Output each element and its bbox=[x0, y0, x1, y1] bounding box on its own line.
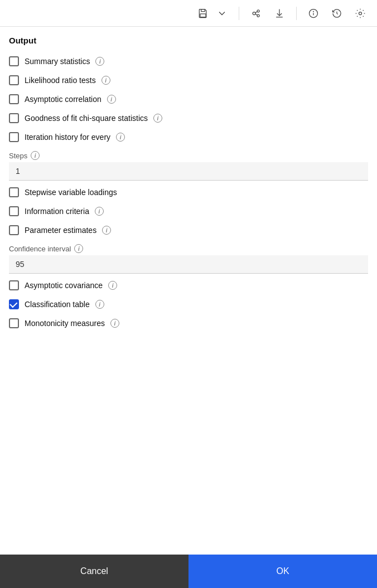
svg-point-2 bbox=[253, 12, 255, 14]
asymptotic-correlation-checkbox[interactable] bbox=[9, 94, 19, 104]
steps-info-icon[interactable]: i bbox=[31, 151, 40, 160]
ok-button[interactable]: OK bbox=[188, 555, 377, 588]
parameter-estimates-checkbox[interactable] bbox=[9, 225, 19, 235]
parameter-estimates-label: Parameter estimates bbox=[25, 226, 96, 235]
goodness-of-fit-checkbox[interactable] bbox=[9, 113, 19, 123]
monotonicity-measures-checkbox[interactable] bbox=[9, 318, 19, 328]
information-criteria-label: Information criteria bbox=[25, 207, 89, 216]
monotonicity-measures-row[interactable]: Monotonicity measures i bbox=[9, 314, 368, 333]
cancel-button[interactable]: Cancel bbox=[0, 555, 188, 588]
asymptotic-correlation-info-icon[interactable]: i bbox=[107, 95, 116, 104]
svg-rect-1 bbox=[200, 13, 206, 17]
save-button[interactable] bbox=[194, 4, 212, 22]
svg-point-11 bbox=[359, 12, 362, 14]
monotonicity-measures-label: Monotonicity measures bbox=[25, 319, 105, 328]
goodness-of-fit-info-icon[interactable]: i bbox=[153, 114, 162, 123]
steps-input[interactable] bbox=[9, 162, 368, 181]
asymptotic-correlation-label: Asymptotic correlation bbox=[25, 95, 102, 104]
summary-statistics-checkbox[interactable] bbox=[9, 56, 19, 66]
classification-table-label: Classification table bbox=[25, 300, 90, 309]
svg-line-5 bbox=[255, 11, 257, 12]
bottom-bar: Cancel OK bbox=[0, 555, 377, 588]
svg-rect-0 bbox=[201, 9, 205, 11]
summary-statistics-row[interactable]: Summary statistics i bbox=[9, 52, 368, 71]
svg-point-3 bbox=[257, 9, 259, 12]
connect-button[interactable] bbox=[247, 4, 265, 22]
likelihood-ratio-tests-info-icon[interactable]: i bbox=[102, 76, 110, 85]
stepwise-variable-loadings-label: Stepwise variable loadings bbox=[25, 188, 117, 197]
confidence-interval-input[interactable] bbox=[9, 255, 368, 274]
confidence-interval-field-group: Confidence interval i bbox=[9, 244, 368, 274]
parameter-estimates-info-icon[interactable]: i bbox=[102, 226, 111, 235]
confidence-interval-label: Confidence interval i bbox=[9, 244, 368, 253]
asymptotic-covariance-row[interactable]: Asymptotic covariance i bbox=[9, 276, 368, 295]
information-criteria-checkbox[interactable] bbox=[9, 206, 19, 216]
goodness-of-fit-label: Goodness of fit chi-square statistics bbox=[25, 114, 148, 123]
parameter-estimates-row[interactable]: Parameter estimates i bbox=[9, 221, 368, 240]
information-criteria-row[interactable]: Information criteria i bbox=[9, 202, 368, 221]
toolbar-separator-1 bbox=[239, 7, 239, 20]
history-button[interactable] bbox=[328, 4, 346, 22]
toolbar-separator-2 bbox=[296, 7, 297, 20]
info-button[interactable] bbox=[304, 4, 322, 22]
classification-table-row[interactable]: Classification table i bbox=[9, 295, 368, 314]
iteration-history-label: Iteration history for every bbox=[25, 133, 110, 142]
iteration-history-checkbox[interactable] bbox=[9, 132, 19, 142]
asymptotic-correlation-row[interactable]: Asymptotic correlation i bbox=[9, 90, 368, 109]
classification-table-info-icon[interactable]: i bbox=[95, 300, 104, 309]
toolbar-save-group bbox=[194, 4, 231, 22]
information-criteria-info-icon[interactable]: i bbox=[95, 207, 104, 216]
settings-button[interactable] bbox=[351, 4, 369, 22]
monotonicity-measures-info-icon[interactable]: i bbox=[110, 319, 119, 328]
main-content: Output Summary statistics i Likelihood r… bbox=[0, 27, 377, 333]
steps-label: Steps i bbox=[9, 151, 368, 160]
svg-point-10 bbox=[313, 11, 314, 12]
classification-table-checkbox[interactable] bbox=[9, 299, 19, 309]
asymptotic-covariance-info-icon[interactable]: i bbox=[108, 281, 117, 290]
goodness-of-fit-row[interactable]: Goodness of fit chi-square statistics i bbox=[9, 109, 368, 128]
steps-field-group: Steps i bbox=[9, 151, 368, 181]
svg-point-4 bbox=[257, 14, 259, 17]
iteration-history-info-icon[interactable]: i bbox=[116, 133, 125, 142]
summary-statistics-label: Summary statistics bbox=[25, 57, 90, 66]
asymptotic-covariance-checkbox[interactable] bbox=[9, 280, 19, 290]
likelihood-ratio-tests-label: Likelihood ratio tests bbox=[25, 76, 96, 85]
dropdown-button[interactable] bbox=[213, 4, 231, 22]
stepwise-variable-loadings-row[interactable]: Stepwise variable loadings bbox=[9, 183, 368, 202]
asymptotic-covariance-label: Asymptotic covariance bbox=[25, 281, 103, 290]
toolbar bbox=[0, 0, 377, 27]
svg-line-6 bbox=[255, 14, 257, 15]
confidence-interval-info-icon[interactable]: i bbox=[74, 244, 83, 253]
download-button[interactable] bbox=[270, 4, 288, 22]
likelihood-ratio-tests-row[interactable]: Likelihood ratio tests i bbox=[9, 71, 368, 90]
stepwise-variable-loadings-checkbox[interactable] bbox=[9, 187, 19, 197]
likelihood-ratio-tests-checkbox[interactable] bbox=[9, 75, 19, 85]
iteration-history-row[interactable]: Iteration history for every i bbox=[9, 128, 368, 147]
summary-statistics-info-icon[interactable]: i bbox=[95, 57, 104, 66]
output-section-header: Output bbox=[9, 27, 368, 52]
